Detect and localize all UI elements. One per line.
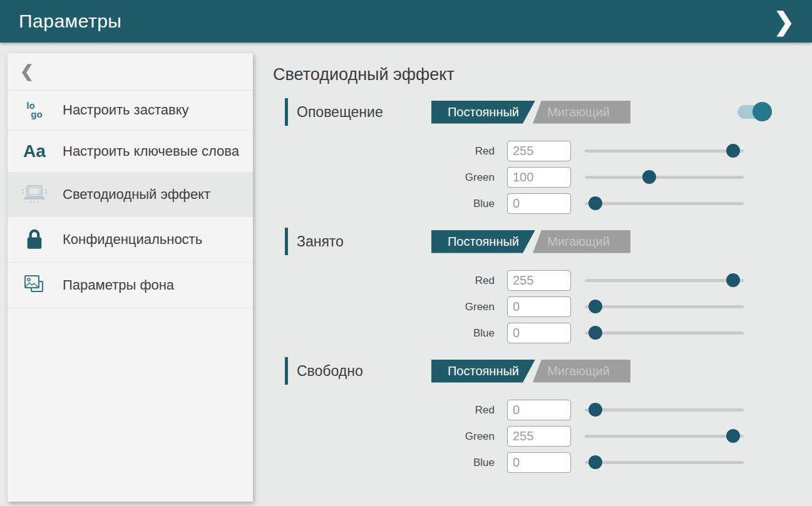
mode-blinking-button[interactable]: Мигающий xyxy=(527,230,630,253)
blue-value-input[interactable] xyxy=(507,452,571,473)
slider-track[interactable] xyxy=(585,435,744,438)
main-content: Светодиодный эффект Оповещение Постоянны… xyxy=(273,60,766,487)
channel-label: Green xyxy=(273,301,495,313)
background-images-icon xyxy=(20,273,49,297)
sidebar-item-label: Конфиденциальность xyxy=(63,231,202,248)
slider-track[interactable] xyxy=(585,279,744,282)
sidebar-item-label: Параметры фона xyxy=(63,277,174,293)
red-value-input[interactable] xyxy=(507,270,571,291)
notification-switch[interactable] xyxy=(737,105,766,119)
lock-icon xyxy=(20,228,49,251)
sidebar-item-label: Светодиодный эффект xyxy=(63,186,210,203)
sidebar-collapse-button[interactable]: ❮ xyxy=(8,53,253,91)
section-title: Свободно xyxy=(297,363,431,380)
chevron-left-icon: ❮ xyxy=(20,62,34,81)
red-slider[interactable] xyxy=(585,400,744,420)
channel-row-blue: Blue xyxy=(273,193,766,214)
red-value-input[interactable] xyxy=(507,141,571,161)
green-slider[interactable] xyxy=(585,167,744,188)
slider-thumb[interactable] xyxy=(726,144,740,158)
sidebar: ❮ lo go Настроить заставку Aa Настроить … xyxy=(8,53,253,502)
channel-row-blue: Blue xyxy=(273,452,766,473)
switch-knob xyxy=(753,102,772,121)
green-slider[interactable] xyxy=(585,296,744,317)
slider-thumb[interactable] xyxy=(588,196,602,210)
green-slider[interactable] xyxy=(585,426,744,447)
channel-row-green: Green xyxy=(273,167,766,188)
slider-thumb[interactable] xyxy=(588,326,602,340)
mode-constant-button[interactable]: Постоянный xyxy=(431,230,535,253)
section-busy: Занято Постоянный Мигающий Red Green xyxy=(273,228,766,343)
sidebar-item-label: Настроить ключевые слова xyxy=(63,143,239,159)
slider-thumb[interactable] xyxy=(642,170,656,184)
mode-constant-button[interactable]: Постоянный xyxy=(431,360,535,383)
mode-toggle: Постоянный Мигающий xyxy=(431,230,630,253)
slider-track[interactable] xyxy=(585,176,744,179)
section-accent-bar xyxy=(285,357,288,385)
channel-label: Blue xyxy=(273,327,495,340)
green-value-input[interactable] xyxy=(507,426,571,447)
sidebar-item-background[interactable]: Параметры фона xyxy=(8,263,253,308)
section-accent-bar xyxy=(285,98,288,126)
sidebar-item-led-effect[interactable]: Светодиодный эффект xyxy=(8,173,253,217)
page-title: Параметры xyxy=(19,11,121,32)
slider-track[interactable] xyxy=(585,331,744,335)
channel-label: Blue xyxy=(273,198,495,210)
channel-label: Red xyxy=(273,275,495,287)
blue-slider[interactable] xyxy=(585,452,744,473)
slider-thumb[interactable] xyxy=(588,455,602,469)
slider-thumb[interactable] xyxy=(588,403,602,417)
channel-label: Blue xyxy=(273,457,495,469)
blue-value-input[interactable] xyxy=(507,193,571,214)
slider-thumb[interactable] xyxy=(726,429,740,443)
sidebar-item-keywords[interactable]: Aa Настроить ключевые слова xyxy=(8,131,253,173)
chevron-right-icon[interactable]: ❯ xyxy=(769,8,798,35)
sidebar-item-splash-screen[interactable]: lo go Настроить заставку xyxy=(8,91,253,131)
sidebar-item-privacy[interactable]: Конфиденциальность xyxy=(8,217,253,263)
slider-thumb[interactable] xyxy=(588,300,602,313)
keywords-icon: Aa xyxy=(20,141,49,161)
red-slider[interactable] xyxy=(585,141,744,161)
channel-row-green: Green xyxy=(273,426,766,447)
channel-label: Green xyxy=(273,171,495,184)
slider-track[interactable] xyxy=(585,408,744,412)
led-screen-icon xyxy=(20,183,49,206)
slider-track[interactable] xyxy=(585,305,744,308)
channel-row-red: Red xyxy=(273,141,766,161)
section-free: Свободно Постоянный Мигающий Red Green xyxy=(273,357,766,473)
app-header: Параметры ❯ xyxy=(0,0,812,43)
channel-label: Green xyxy=(273,430,495,443)
blue-value-input[interactable] xyxy=(507,323,571,343)
section-title: Занято xyxy=(297,233,431,250)
section-accent-bar xyxy=(285,228,288,255)
slider-thumb[interactable] xyxy=(726,273,740,287)
slider-track[interactable] xyxy=(585,461,744,464)
channel-label: Red xyxy=(273,145,495,158)
channel-label: Red xyxy=(273,404,495,417)
mode-constant-button[interactable]: Постоянный xyxy=(431,101,535,124)
channel-row-red: Red xyxy=(273,270,766,291)
mode-blinking-button[interactable]: Мигающий xyxy=(527,360,630,383)
mode-blinking-button[interactable]: Мигающий xyxy=(527,101,630,124)
blue-slider[interactable] xyxy=(585,193,744,214)
green-value-input[interactable] xyxy=(507,167,571,188)
sidebar-item-label: Настроить заставку xyxy=(63,102,189,118)
section-notification: Оповещение Постоянный Мигающий Red Green xyxy=(273,98,766,214)
blue-slider[interactable] xyxy=(585,323,744,343)
main-title: Светодиодный эффект xyxy=(273,65,766,84)
slider-track[interactable] xyxy=(585,149,744,153)
red-value-input[interactable] xyxy=(507,400,571,420)
logo-icon: lo go xyxy=(20,101,49,119)
channel-row-red: Red xyxy=(273,400,766,420)
channel-row-green: Green xyxy=(273,296,766,317)
mode-toggle: Постоянный Мигающий xyxy=(431,101,630,124)
channel-row-blue: Blue xyxy=(273,323,766,343)
slider-track[interactable] xyxy=(585,202,744,205)
mode-toggle: Постоянный Мигающий xyxy=(431,360,630,383)
red-slider[interactable] xyxy=(585,270,744,291)
green-value-input[interactable] xyxy=(507,296,571,317)
section-title: Оповещение xyxy=(297,104,431,121)
